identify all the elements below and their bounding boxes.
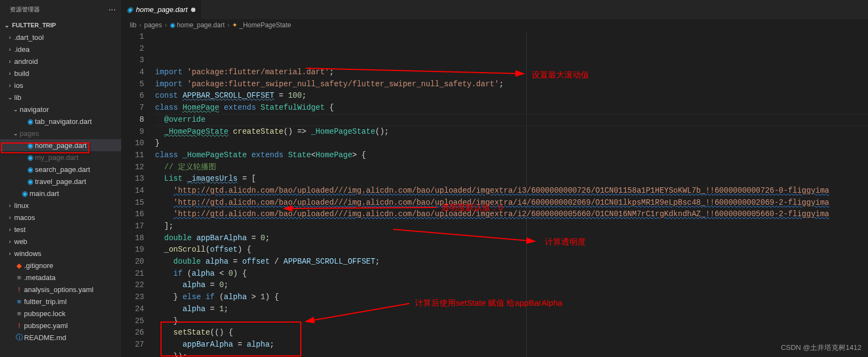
- sidebar-header: 资源管理器 ···: [0, 0, 121, 19]
- tree-folder[interactable]: ›android: [0, 55, 121, 67]
- code-line[interactable]: List _imagesUrls = [: [155, 173, 868, 185]
- code-line[interactable]: class _HomePageState extends State<HomeP…: [155, 150, 868, 162]
- code-line[interactable]: }: [155, 138, 868, 150]
- code-line[interactable]: double appBarAlpha = 0;: [155, 233, 868, 245]
- code-line[interactable]: 'http://gtd.alicdn.com/bao/uploaded///im…: [155, 209, 868, 221]
- sidebar: 资源管理器 ··· ⌄ FULTTER_TRIP ›.dart_tool›.id…: [0, 0, 121, 357]
- code-line[interactable]: });: [155, 351, 868, 357]
- tree-file[interactable]: ◉tab_navigator.dart: [0, 115, 121, 127]
- breadcrumb-part[interactable]: pages: [144, 21, 162, 29]
- code-line[interactable]: alpha = 0;: [155, 279, 868, 291]
- code-line[interactable]: 'http://gtd.alicdn.com/bao/uploaded///im…: [155, 185, 868, 197]
- tree-folder[interactable]: ›.dart_tool: [0, 31, 121, 43]
- breadcrumb-part[interactable]: home_page.dart: [177, 21, 224, 29]
- chevron-right-icon: ›: [227, 21, 229, 29]
- tree-folder[interactable]: ⌄pages: [0, 127, 121, 139]
- tab-bar: ◉ home_page.dart: [121, 0, 868, 19]
- tree-item-label: web: [14, 237, 27, 246]
- code-line[interactable]: alpha = 1;: [155, 304, 868, 316]
- code-line[interactable]: @override: [155, 114, 868, 126]
- breadcrumb-part[interactable]: lib: [130, 21, 136, 29]
- breadcrumb[interactable]: lib › pages › ◉ home_page.dart › ✦ _Home…: [121, 19, 868, 31]
- tree-file[interactable]: !analysis_options.yaml: [0, 283, 121, 295]
- line-number: 20: [121, 256, 144, 268]
- tree-item-label: .dart_tool: [14, 33, 44, 41]
- tree-file[interactable]: ◉home_page.dart: [0, 139, 121, 151]
- line-gutter: 1234567891011121314151617181920212223242…: [121, 31, 155, 357]
- tree-item-label: travel_page.dart: [35, 177, 86, 186]
- code-line[interactable]: _HomePageState createState() => _HomePag…: [155, 126, 868, 138]
- code-line[interactable]: const APPBAR_SCROLL_OFFSET = 100;: [155, 90, 868, 102]
- tree-item-label: macos: [14, 213, 35, 222]
- tree-file[interactable]: ◉search_page.dart: [0, 163, 121, 175]
- line-number: 24: [121, 304, 144, 316]
- code-line[interactable]: appBarAlpha = alpha;: [155, 339, 868, 351]
- line-number: 7: [121, 102, 144, 114]
- tree-file[interactable]: ⓘREADME.md: [0, 331, 121, 343]
- tree-file[interactable]: ≡.metadata: [0, 271, 121, 283]
- tree-folder[interactable]: ›web: [0, 235, 121, 247]
- tree-item-label: README.md: [24, 334, 66, 342]
- code-line[interactable]: // 定义轮播图: [155, 162, 868, 174]
- code-line[interactable]: double alpha = offset / APPBAR_SCROLL_OF…: [155, 256, 868, 268]
- md-icon: ⓘ: [14, 332, 24, 342]
- code-line[interactable]: setState(() {: [155, 327, 868, 339]
- more-icon[interactable]: ···: [109, 5, 116, 15]
- code-line[interactable]: } else if (alpha > 1) {: [155, 291, 868, 304]
- tree-folder[interactable]: ›.idea: [0, 43, 121, 55]
- line-number: 6: [121, 90, 144, 102]
- tree-item-label: linux: [14, 201, 29, 210]
- line-number: 22: [121, 279, 144, 291]
- chevron-down-icon: ⌄: [2, 22, 11, 29]
- code-line[interactable]: import 'package:flutter/material.dart';: [155, 67, 868, 79]
- line-number: 26: [121, 327, 144, 339]
- tree-folder[interactable]: ›macos: [0, 211, 121, 223]
- tree-file[interactable]: ◉travel_page.dart: [0, 175, 121, 187]
- line-number: 27: [121, 339, 144, 351]
- chevron-right-icon: ›: [5, 226, 14, 233]
- tree-file[interactable]: ◉my_page.dart: [0, 151, 121, 163]
- iml-icon: ≡: [14, 297, 24, 306]
- code-editor[interactable]: 1234567891011121314151617181920212223242…: [121, 31, 868, 357]
- dart-icon: ◉: [25, 153, 35, 162]
- tree-file[interactable]: !pubspec.yaml: [0, 319, 121, 331]
- breadcrumb-symbol[interactable]: _HomePageState: [239, 21, 291, 29]
- tree-item-label: pages: [20, 129, 39, 138]
- tree-file[interactable]: ≡pubspec.lock: [0, 307, 121, 319]
- dart-icon: ◉: [25, 165, 35, 174]
- tree-folder[interactable]: ›build: [0, 67, 121, 79]
- tree-file[interactable]: ≡fultter_trip.iml: [0, 295, 121, 307]
- tree-folder[interactable]: ›ios: [0, 79, 121, 91]
- tree-folder[interactable]: ›test: [0, 223, 121, 235]
- yaml-icon: !: [14, 322, 24, 330]
- tree-folder[interactable]: ⌄lib: [0, 91, 121, 103]
- line-number: 15: [121, 197, 144, 209]
- tree-item-label: windows: [14, 249, 41, 258]
- chevron-right-icon: ›: [5, 250, 14, 257]
- code-line[interactable]: if (alpha < 0) {: [155, 268, 868, 280]
- tree-folder[interactable]: ⌄navigator: [0, 103, 121, 115]
- line-number: 3: [121, 55, 144, 67]
- tree-item-label: my_page.dart: [35, 153, 79, 162]
- tree-folder[interactable]: ›windows: [0, 247, 121, 259]
- tree-file[interactable]: ◆.gitignore: [0, 259, 121, 271]
- tree-folder[interactable]: ›linux: [0, 199, 121, 211]
- code-line[interactable]: 'http://gtd.alicdn.com/bao/uploaded///im…: [155, 197, 868, 209]
- tree-item-label: pubspec.yaml: [24, 322, 68, 330]
- code-line[interactable]: }: [155, 316, 868, 328]
- tree-item-label: navigator: [20, 105, 49, 114]
- code-line[interactable]: ];: [155, 221, 868, 233]
- tree-file[interactable]: ◉main.dart: [0, 187, 121, 199]
- tab-home-page[interactable]: ◉ home_page.dart: [121, 0, 201, 19]
- chevron-right-icon: ›: [5, 58, 14, 64]
- line-number: 11: [121, 150, 144, 162]
- project-header[interactable]: ⌄ FULTTER_TRIP: [0, 19, 121, 31]
- line-number: 18: [121, 233, 144, 245]
- class-icon: ✦: [232, 21, 237, 29]
- tree-item-label: home_page.dart: [35, 141, 87, 150]
- tree-item-label: ios: [14, 81, 23, 90]
- code-line[interactable]: import 'package:flutter_swiper_null_safe…: [155, 79, 868, 91]
- code-line[interactable]: _onScroll(offset) {: [155, 244, 868, 256]
- code-area[interactable]: import 'package:flutter/material.dart';i…: [155, 31, 868, 357]
- code-line[interactable]: class HomePage extends StatefulWidget {: [155, 102, 868, 114]
